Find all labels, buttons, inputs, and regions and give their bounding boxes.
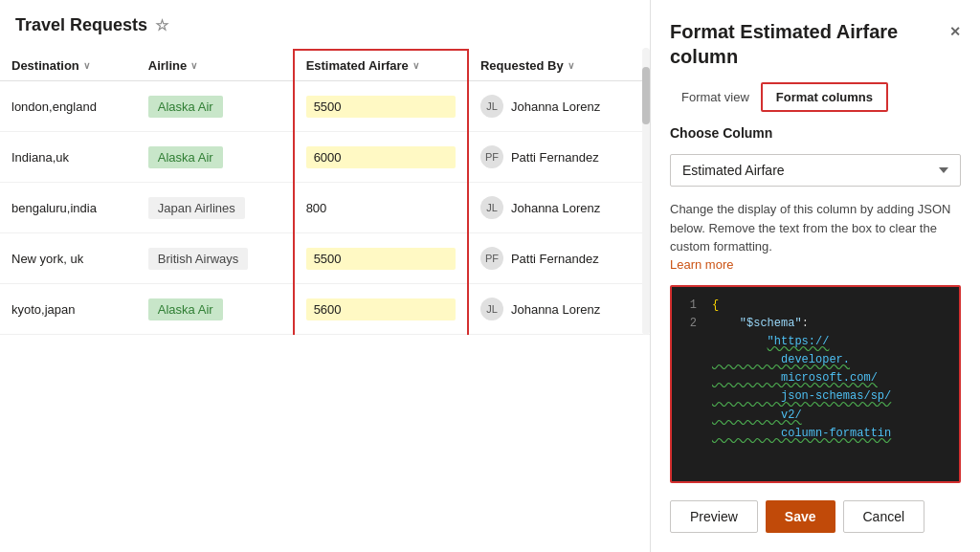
cell-airline: Alaska Air <box>137 81 294 132</box>
requested-by-name: Johanna Lorenz <box>511 302 600 317</box>
cell-destination: Indiana,uk <box>0 132 137 183</box>
cell-destination: New york, uk <box>0 233 137 284</box>
airline-badge: British Airways <box>148 248 249 270</box>
airline-badge: Alaska Air <box>148 96 223 118</box>
chevron-down-icon: ∨ <box>190 60 197 71</box>
airline-badge: Japan Airlines <box>148 197 245 219</box>
chevron-down-icon: ∨ <box>83 60 90 71</box>
column-dropdown-wrapper[interactable]: Estimated Airfare <box>670 154 961 187</box>
avatar: JL <box>480 196 503 219</box>
airfare-value: 5500 <box>306 248 456 270</box>
table-row: New york, ukBritish Airways5500PFPatti F… <box>0 233 650 284</box>
cell-airline: Japan Airlines <box>137 183 294 233</box>
col-header-destination[interactable]: Destination ∨ <box>0 50 137 81</box>
airfare-value: 5500 <box>306 96 456 118</box>
code-line-1: 1 { <box>681 297 949 315</box>
requested-by-name: Patti Fernandez <box>511 150 599 165</box>
cell-estimated-airfare: 800 <box>294 183 468 233</box>
save-button[interactable]: Save <box>766 500 835 533</box>
airfare-value: 5600 <box>306 298 456 320</box>
cell-requested-by: PFPatti Fernandez <box>468 233 650 284</box>
cell-airline: Alaska Air <box>137 132 294 183</box>
cell-requested-by: JLJohanna Lorenz <box>468 81 650 132</box>
description-text: Change the display of this column by add… <box>670 200 961 256</box>
cell-requested-by: JLJohanna Lorenz <box>468 284 650 335</box>
avatar: PF <box>480 247 503 270</box>
cell-estimated-airfare: 6000 <box>294 132 468 183</box>
preview-button[interactable]: Preview <box>670 500 758 533</box>
cell-requested-by: JLJohanna Lorenz <box>468 183 650 233</box>
cell-estimated-airfare: 5500 <box>294 81 468 132</box>
requested-by-name: Johanna Lorenz <box>511 201 600 215</box>
button-row: Preview Save Cancel <box>670 497 961 533</box>
json-code-editor[interactable]: 1 { 2 "$schema": "https:// developer. mi… <box>670 285 961 484</box>
favorite-icon[interactable]: ☆ <box>155 16 168 34</box>
travel-requests-table: Destination ∨ Airline ∨ Estimated Airfar… <box>0 49 650 335</box>
chevron-down-icon: ∨ <box>568 60 574 71</box>
cell-estimated-airfare: 5600 <box>294 284 468 335</box>
chevron-down-icon: ∨ <box>412 60 419 71</box>
avatar: PF <box>480 145 503 168</box>
learn-more-link[interactable]: Learn more <box>670 257 733 272</box>
cell-destination: bengaluru,india <box>0 183 137 233</box>
col-header-estimated-airfare[interactable]: Estimated Airfare ∨ <box>294 50 468 81</box>
panel-title: Format Estimated Airfare column <box>670 19 949 69</box>
table-row: kyoto,japanAlaska Air5600JLJohanna Loren… <box>0 284 650 335</box>
avatar: JL <box>480 95 503 118</box>
col-header-airline[interactable]: Airline ∨ <box>137 50 294 81</box>
panel-title-area: Format Estimated Airfare column ✕ <box>670 19 961 69</box>
choose-column-label: Choose Column <box>670 125 961 141</box>
table-row: london,englandAlaska Air5500JLJohanna Lo… <box>0 81 650 132</box>
table-row: bengaluru,indiaJapan Airlines800JLJohann… <box>0 183 650 233</box>
tab-format-columns[interactable]: Format columns <box>761 82 888 112</box>
close-icon[interactable]: ✕ <box>949 23 961 40</box>
page-title-area: Travel Requests ☆ <box>0 15 650 49</box>
right-panel: Format Estimated Airfare column ✕ Format… <box>651 0 980 552</box>
cell-requested-by: PFPatti Fernandez <box>468 132 650 183</box>
description-area: Change the display of this column by add… <box>670 200 961 272</box>
vertical-scrollbar[interactable] <box>642 48 650 335</box>
airline-badge: Alaska Air <box>148 298 223 320</box>
cell-estimated-airfare: 5500 <box>294 233 468 284</box>
left-panel: Travel Requests ☆ Destination ∨ Airline <box>0 0 651 552</box>
choose-column-section: Choose Column <box>670 125 961 141</box>
airfare-value: 6000 <box>306 146 456 168</box>
code-line-3: "https:// developer. microsoft.com/ json… <box>681 333 949 443</box>
table-wrapper: Destination ∨ Airline ∨ Estimated Airfar… <box>0 49 650 552</box>
table-row: Indiana,ukAlaska Air6000PFPatti Fernande… <box>0 132 650 183</box>
column-dropdown[interactable]: Estimated Airfare <box>670 154 961 187</box>
col-header-requested-by[interactable]: Requested By ∨ <box>468 50 650 81</box>
page-title: Travel Requests <box>15 15 147 35</box>
tab-row: Format view Format columns <box>670 82 961 112</box>
cancel-button[interactable]: Cancel <box>843 500 925 533</box>
code-line-2: 2 "$schema": <box>681 315 949 333</box>
requested-by-name: Johanna Lorenz <box>511 99 600 114</box>
cell-destination: london,england <box>0 81 137 132</box>
requested-by-name: Patti Fernandez <box>511 252 599 266</box>
cell-airline: British Airways <box>137 233 294 284</box>
tab-format-view[interactable]: Format view <box>670 84 761 110</box>
cell-destination: kyoto,japan <box>0 284 137 335</box>
scrollbar-thumb[interactable] <box>642 67 650 124</box>
airline-badge: Alaska Air <box>148 146 223 168</box>
avatar: JL <box>480 298 503 320</box>
cell-airline: Alaska Air <box>137 284 294 335</box>
